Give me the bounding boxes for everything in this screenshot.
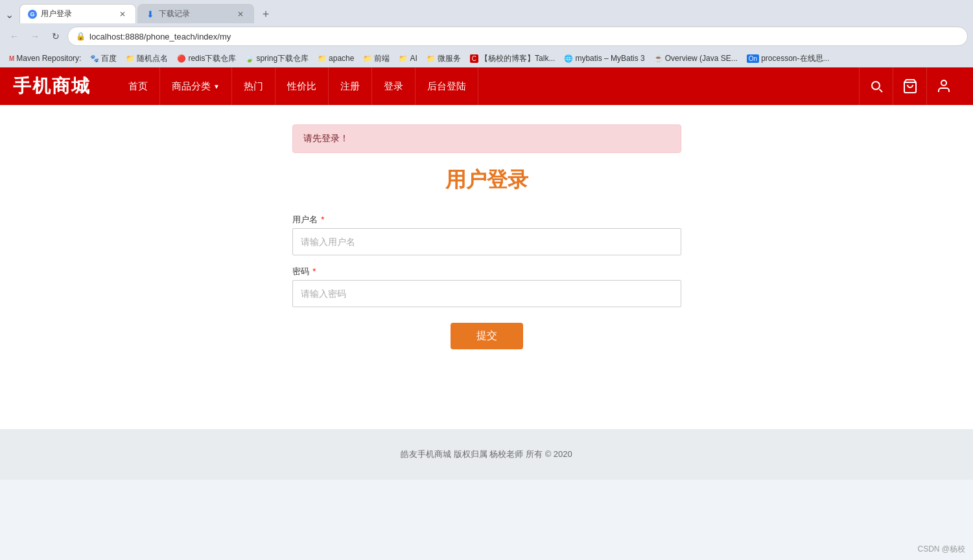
bookmark-redis[interactable]: 🔴 redis下载仓库 xyxy=(173,52,240,65)
forward-button[interactable]: → xyxy=(26,27,44,45)
navbar: 手机商城 首页 商品分类 ▼ 热门 性价比 注册 登录 后台登陆 xyxy=(0,67,973,105)
password-group: 密码 * xyxy=(292,266,681,307)
submit-button[interactable]: 提交 xyxy=(451,323,523,349)
bookmark-processon[interactable]: On processon-在线思... xyxy=(743,52,834,65)
tab-favicon-1: G xyxy=(28,10,37,19)
nav-admin[interactable]: 后台登陆 xyxy=(416,67,478,105)
reload-button[interactable]: ↻ xyxy=(47,27,65,45)
nav-login[interactable]: 登录 xyxy=(372,67,416,105)
main-content: 请先登录！ 用户登录 用户名 * 密码 * xyxy=(0,105,973,390)
user-button[interactable] xyxy=(926,67,960,105)
navbar-nav: 首页 商品分类 ▼ 热门 性价比 注册 登录 后台登陆 xyxy=(117,67,859,105)
bookmark-ai[interactable]: 📁 AI xyxy=(395,52,421,64)
tab-title-2: 下载记录 xyxy=(159,8,190,19)
alert-box: 请先登录！ xyxy=(292,124,681,153)
nav-home[interactable]: 首页 xyxy=(117,67,160,105)
bookmark-icon-frontend: 📁 xyxy=(363,54,372,63)
bookmark-label-processon: processon-在线思... xyxy=(761,53,829,64)
new-tab-button[interactable]: + xyxy=(257,5,275,23)
bookmark-mybatis[interactable]: 🌐 mybatis – MyBatis 3 xyxy=(560,52,648,64)
tab-favicon-2: ⬇ xyxy=(146,10,155,19)
password-input[interactable] xyxy=(292,280,681,307)
url-text: localhost:8888/phone_teach/index/my xyxy=(89,32,231,41)
bookmark-icon-redis: 🔴 xyxy=(177,54,186,63)
user-icon xyxy=(936,78,952,94)
cart-icon xyxy=(902,78,918,94)
dropdown-arrow-icon: ▼ xyxy=(213,83,220,90)
bookmark-maven[interactable]: M Maven Repository: xyxy=(5,52,85,64)
bookmark-csdn-blog[interactable]: C 【杨校的博客】Talk... xyxy=(466,52,559,65)
browser-chrome: ⌄ G 用户登录 ✕ ⬇ 下载记录 ✕ + ← → ↻ 🔒 localhost:… xyxy=(0,0,973,67)
navbar-brand[interactable]: 手机商城 xyxy=(13,74,91,99)
tab-overflow-button[interactable]: ⌄ xyxy=(0,5,18,23)
tab-close-1[interactable]: ✕ xyxy=(117,9,128,19)
bookmark-label-random: 随机点名 xyxy=(137,53,168,64)
bookmark-icon-java-se: ☕ xyxy=(654,54,663,63)
tab-downloads[interactable]: ⬇ 下载记录 ✕ xyxy=(137,4,254,23)
nav-value[interactable]: 性价比 xyxy=(275,67,329,105)
nav-register[interactable]: 注册 xyxy=(329,67,372,105)
cart-button[interactable] xyxy=(893,67,926,105)
address-bar[interactable]: 🔒 localhost:8888/phone_teach/index/my xyxy=(67,27,968,46)
bookmark-label-baidu: 百度 xyxy=(101,53,117,64)
bookmark-icon-maven: M xyxy=(9,55,14,62)
password-label: 密码 * xyxy=(292,266,681,277)
bookmark-baidu[interactable]: 🐾 百度 xyxy=(86,52,121,65)
username-required: * xyxy=(321,215,324,224)
navbar-icons xyxy=(859,67,960,105)
lock-icon: 🔒 xyxy=(76,32,86,41)
search-icon xyxy=(869,78,884,94)
username-group: 用户名 * xyxy=(292,214,681,255)
bookmark-label-csdn-blog: 【杨校的博客】Talk... xyxy=(480,53,555,64)
website: 手机商城 首页 商品分类 ▼ 热门 性价比 注册 登录 后台登陆 xyxy=(0,67,973,480)
username-label: 用户名 * xyxy=(292,214,681,226)
footer-text: 皓友手机商城 版权归属 杨校老师 所有 © 2020 xyxy=(401,449,572,459)
bookmark-frontend[interactable]: 📁 前端 xyxy=(359,52,393,65)
bookmark-label-apache: apache xyxy=(329,54,354,63)
bookmark-icon-random: 📁 xyxy=(126,54,135,63)
bookmark-label-ai: AI xyxy=(410,54,417,63)
bookmark-icon-microservice: 📁 xyxy=(427,54,436,63)
alert-message: 请先登录！ xyxy=(303,133,349,143)
bookmark-label-maven: Maven Repository: xyxy=(16,54,81,63)
tab-bar: ⌄ G 用户登录 ✕ ⬇ 下载记录 ✕ + xyxy=(0,0,973,23)
csdn-watermark: CSDN @杨校 xyxy=(917,544,965,555)
bookmark-label-microservice: 微服务 xyxy=(438,53,461,64)
search-button[interactable] xyxy=(859,67,893,105)
bookmark-label-spring: spring下载仓库 xyxy=(256,53,309,64)
bookmark-label-redis: redis下载仓库 xyxy=(188,53,236,64)
nav-category[interactable]: 商品分类 ▼ xyxy=(160,67,232,105)
bookmark-icon-baidu: 🐾 xyxy=(90,54,99,63)
bookmark-label-mybatis: mybatis – MyBatis 3 xyxy=(575,54,644,63)
bookmark-random[interactable]: 📁 随机点名 xyxy=(122,52,172,65)
bookmark-apache[interactable]: 📁 apache xyxy=(314,52,358,64)
username-input[interactable] xyxy=(292,228,681,255)
bookmark-icon-csdn-blog: C xyxy=(470,54,478,63)
bookmark-microservice[interactable]: 📁 微服务 xyxy=(423,52,465,65)
bookmark-spring[interactable]: 🍃 spring下载仓库 xyxy=(241,52,312,65)
back-button[interactable]: ← xyxy=(5,27,23,45)
bookmark-icon-mybatis: 🌐 xyxy=(564,54,573,63)
login-title: 用户登录 xyxy=(292,166,681,194)
bookmark-icon-ai: 📁 xyxy=(399,54,408,63)
address-bar-row: ← → ↻ 🔒 localhost:8888/phone_teach/index… xyxy=(0,23,973,49)
footer: 皓友手机商城 版权归属 杨校老师 所有 © 2020 xyxy=(0,429,973,480)
bookmark-icon-processon: On xyxy=(747,54,759,63)
bookmark-java-se[interactable]: ☕ Overview (Java SE... xyxy=(650,52,742,64)
password-required: * xyxy=(312,266,316,276)
tab-title-1: 用户登录 xyxy=(41,8,72,19)
tab-close-2[interactable]: ✕ xyxy=(235,9,246,19)
tab-user-login[interactable]: G 用户登录 ✕ xyxy=(19,4,136,23)
submit-row: 提交 xyxy=(292,323,681,349)
bookmark-icon-apache: 📁 xyxy=(318,54,327,63)
login-form: 用户名 * 密码 * 提交 xyxy=(292,214,681,349)
login-container: 请先登录！ 用户登录 用户名 * 密码 * xyxy=(292,124,681,349)
bookmark-label-frontend: 前端 xyxy=(374,53,390,64)
bookmark-label-java-se: Overview (Java SE... xyxy=(665,54,738,63)
bookmarks-bar: M Maven Repository: 🐾 百度 📁 随机点名 🔴 redis下… xyxy=(0,49,973,67)
nav-hot[interactable]: 热门 xyxy=(232,67,275,105)
bookmark-icon-spring: 🍃 xyxy=(245,54,254,63)
